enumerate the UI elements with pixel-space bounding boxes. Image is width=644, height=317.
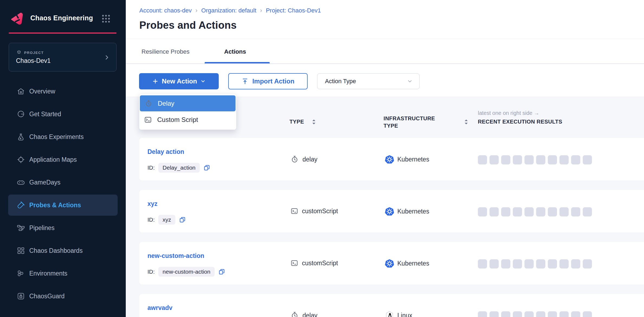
new-action-button[interactable]: New Action [139,73,219,89]
execution-result-placeholder [548,207,557,216]
infrastructure-cell: Kubernetes [385,207,429,216]
page-title: Probes and Actions [139,20,237,31]
execution-result-placeholder [478,311,487,317]
execution-result-placeholder [559,155,569,164]
sidebar-item-label: Environments [29,270,67,277]
id-pill: xyz [158,215,176,225]
linux-icon [385,311,394,317]
tab-resilience-probes[interactable]: Resilience Probes [141,48,189,55]
execution-result-placeholder [571,311,580,317]
sidebar-item-gamedays[interactable]: GameDays [0,171,126,194]
sidebar-item-probes-actions[interactable]: Probes & Actions [8,195,118,216]
pipeline-icon [17,224,25,232]
chevron-separator-icon: › [195,7,197,14]
project-selector[interactable]: PROJECT Chaos-Dev1 [9,43,117,72]
breadcrumb-account-link[interactable]: Account: chaos-dev [139,7,192,14]
cube-icon [17,50,21,55]
sidebar-item-chaos-dashboards[interactable]: Chaos Dashboards [0,239,126,262]
chevron-down-icon [407,78,413,84]
kubernetes-icon [385,259,394,268]
sort-icon[interactable] [464,119,468,125]
infrastructure-cell: Kubernetes [385,259,429,268]
chaos-engineering-app: Chaos Engineering PROJECT Chaos-Dev1 [0,0,644,317]
execution-result-placeholder [513,155,522,164]
sidebar-item-label: Overview [29,88,55,95]
import-action-button[interactable]: Import Action [228,73,308,89]
sidebar-item-environments[interactable]: Environments [0,262,126,285]
execution-result-placeholder [548,155,557,164]
lock-icon [17,292,25,300]
execution-result-placeholder [571,155,580,164]
harness-logo-icon [10,11,24,25]
copy-icon[interactable] [203,164,210,171]
chevron-right-icon [104,54,110,60]
dashboard-grid-icon [17,247,25,255]
sidebar-item-get-started[interactable]: Get Started [0,103,126,125]
breadcrumb-project-link[interactable]: Project: Chaos-Dev1 [266,7,321,14]
execution-result-placeholder [490,155,499,164]
action-type-select[interactable]: Action Type [317,73,420,89]
sidebar-item-label: Chaos Experiments [29,133,84,141]
menu-item-custom-script[interactable]: Custom Script [139,111,236,128]
execution-result-placeholder [478,259,487,269]
header-divider [126,39,644,39]
stopwatch-icon [291,311,299,317]
execution-result-placeholder [513,259,522,269]
id-pill: new-custom-action [158,267,215,277]
flask-icon [17,133,25,141]
execution-result-placeholder [536,259,545,269]
chevron-down-icon [200,79,206,84]
execution-result-placeholder [490,311,499,317]
sidebar-item-overview[interactable]: Overview [0,80,126,103]
execution-result-placeholder [548,259,557,269]
execution-results [478,155,592,164]
type-label: customScript [302,260,338,267]
infrastructure-cell: Linux [385,311,412,317]
execution-result-placeholder [583,311,592,317]
plus-icon [152,78,159,85]
infrastructure-label: Kubernetes [397,260,429,267]
brand-divider [9,33,117,34]
kubernetes-icon [385,207,394,216]
sidebar-nav: Overview Get Started Chaos Experiments [0,80,126,308]
execution-results [478,259,592,269]
action-name-link[interactable]: awrvadv [147,304,172,312]
action-name-link[interactable]: Delay action [147,148,184,156]
action-row[interactable]: new-custom-action ID: new-custom-action … [139,242,644,284]
breadcrumb-organization-link[interactable]: Organization: default [201,7,256,14]
execution-result-placeholder [490,207,499,216]
copy-icon[interactable] [218,268,225,275]
sidebar-item-label: Application Maps [29,156,77,163]
sort-icon[interactable] [312,119,316,125]
action-name-link[interactable]: xyz [147,200,157,208]
action-row[interactable]: Delay action ID: Delay_action delay [139,138,644,180]
type-cell: delay [291,311,317,317]
sidebar-item-application-maps[interactable]: Application Maps [0,148,126,171]
action-name-link[interactable]: new-custom-action [147,252,204,260]
action-row[interactable]: xyz ID: xyz customScript [139,190,644,232]
action-row[interactable]: awrvadv delay Linux [139,294,644,317]
copy-icon[interactable] [179,216,186,223]
stopwatch-icon [145,100,152,107]
type-cell: customScript [291,207,338,215]
execution-result-placeholder [524,155,534,164]
sidebar-item-chaosguard[interactable]: ChaosGuard [0,285,126,308]
type-cell: delay [291,155,317,163]
infrastructure-cell: Kubernetes [385,155,429,164]
tab-actions[interactable]: Actions [224,48,246,55]
execution-result-placeholder [524,259,534,269]
new-action-menu: Delay Custom Script [139,93,236,130]
import-icon [242,78,249,85]
sidebar-item-pipelines[interactable]: Pipelines [0,216,126,239]
module-grid-icon[interactable] [101,14,111,24]
crosshair-icon [17,156,25,164]
main-content: Account: chaos-dev › Organization: defau… [126,0,644,317]
execution-result-placeholder [583,207,592,216]
menu-item-delay[interactable]: Delay [140,95,236,111]
id-label: ID: [147,269,155,275]
execution-result-placeholder [571,207,580,216]
chevron-separator-icon: › [260,7,262,14]
sidebar-item-chaos-experiments[interactable]: Chaos Experiments [0,125,126,148]
execution-result-placeholder [501,155,510,164]
type-label: customScript [302,208,338,215]
